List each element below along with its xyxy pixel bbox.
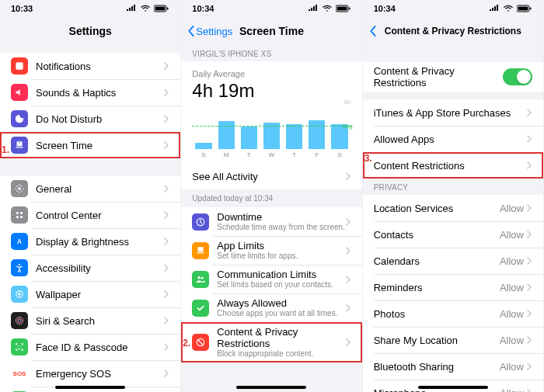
svg-point-16 [18,345,19,346]
content-privacy-toggle[interactable] [503,68,532,85]
wallpaper-icon [11,286,28,303]
chevron-right-icon [164,369,169,377]
screentime-icon [11,137,28,154]
row-accessibility[interactable]: Accessibility [0,255,180,281]
home-indicator[interactable] [55,386,125,389]
privacy-section-header: PRIVACY [363,179,543,195]
row-label: Screen Time [36,140,164,151]
chart-day-label: T [286,151,302,158]
toggle-label: Content & Privacy Restrictions [374,65,503,88]
row-label: Display & Brightness [36,236,164,248]
row-emergency-sos[interactable]: SOSEmergency SOS [0,360,180,387]
svg-rect-3 [16,62,23,69]
row-label: Accessibility [36,262,164,274]
chevron-right-icon [164,185,169,193]
chevron-right-icon [527,204,532,212]
svg-rect-2 [167,8,169,10]
restrictions-phone: 10:34 Content & Privacy Restrictions Con… [363,0,544,392]
row-bluetooth-sharing[interactable]: Bluetooth SharingAllow [363,353,543,380]
see-all-activity-row[interactable]: See All Activity [181,163,361,189]
chevron-right-icon [164,88,169,96]
row-allowed-apps[interactable]: Allowed Apps [363,126,543,152]
settings-content[interactable]: NotificationsSounds & HapticsDo Not Dist… [0,45,180,392]
row-sounds-haptics[interactable]: Sounds & Haptics [0,79,180,106]
row-detail: Allow [500,387,524,393]
chevron-right-icon [346,218,351,226]
row-downtime[interactable]: DowntimeSchedule time away from the scre… [181,207,361,236]
home-indicator[interactable] [418,386,488,389]
row-always-allowed[interactable]: Always AllowedChoose apps you want at al… [181,293,361,322]
chevron-right-icon [527,310,532,317]
svg-rect-22 [349,8,350,10]
chevron-right-icon [346,172,351,180]
row-detail: Allow [500,255,524,267]
row-screen-time[interactable]: Screen Time [0,132,180,158]
row-face-id-passcode[interactable]: Face ID & Passcode [0,334,180,360]
chevron-right-icon [527,363,532,370]
chart-avg-label: avg [343,123,353,130]
row-label: Do Not Disturb [36,113,164,125]
chevron-right-icon [346,276,351,283]
dnd-icon [11,110,28,127]
content-privacy-toggle-row[interactable]: Content & Privacy Restrictions [363,62,543,92]
status-bar: 10:34 [181,0,361,17]
svg-rect-7 [16,216,19,218]
row-label: Reminders [374,282,500,293]
restrictions-content[interactable]: Content & Privacy Restrictions iTunes & … [363,45,543,392]
row-content-restrictions[interactable]: Content Restrictions [363,152,543,179]
chevron-right-icon [527,283,532,291]
svg-point-4 [18,187,21,190]
row-detail: Allow [500,308,524,320]
row-content-privacy-restrictions[interactable]: Content & Privacy RestrictionsBlock inap… [181,322,361,363]
callout-2: 2. [183,338,190,349]
chevron-right-icon [164,264,169,272]
row-siri-search[interactable]: Siri & Search [0,307,180,334]
sos-icon: SOS [11,365,28,382]
chevron-right-icon [164,141,169,149]
nav-bar: Content & Privacy Restrictions [363,17,543,45]
chart-avg-line [192,126,350,127]
row-do-not-disturb[interactable]: Do Not Disturb [0,106,180,132]
row-wallpaper[interactable]: Wallpaper [0,281,180,307]
row-label: Siri & Search [36,315,164,327]
row-communication-limits[interactable]: Communication LimitsSet limits based on … [181,265,361,293]
row-share-my-location[interactable]: Share My LocationAllow [363,327,543,353]
row-reminders[interactable]: RemindersAllow [363,274,543,300]
row-control-center[interactable]: Control Center [0,202,180,228]
svg-point-17 [20,345,21,346]
chevron-right-icon [346,338,351,346]
row-itunes-app-store-purchases[interactable]: iTunes & App Store Purchases [363,99,543,126]
screentime-content[interactable]: VIRGIL'S IPHONE XS Daily Average 4h 19m … [181,45,361,392]
updated-label: Updated today at 10:34 [181,189,361,207]
siri-icon [11,312,28,329]
row-label: Wallpaper [36,289,164,300]
svg-rect-5 [16,212,19,214]
row-label: Allowed Apps [374,134,527,145]
daily-average-value: 4h 19m [192,80,350,102]
back-button[interactable] [369,26,378,36]
row-contacts[interactable]: ContactsAllow [363,221,543,248]
row-location-services[interactable]: Location ServicesAllow [363,195,543,221]
status-time: 10:33 [11,4,33,13]
row-display-brightness[interactable]: ADisplay & Brightness [0,228,180,255]
row-photos[interactable]: PhotosAllow [363,300,543,327]
row-label: Communication Limits [217,269,345,280]
row-label: Bluetooth Sharing [374,361,500,373]
row-general[interactable]: General [0,175,180,202]
chart-bar [286,124,302,149]
home-indicator[interactable] [236,386,306,389]
chevron-right-icon [164,317,169,324]
row-notifications[interactable]: Notifications [0,53,180,79]
chevron-right-icon [346,247,351,255]
status-bar: 10:34 [363,0,543,17]
chart-day-label: M [218,151,235,158]
row-app-limits[interactable]: App LimitsSet time limits for apps. [181,236,361,265]
status-icons [126,5,169,12]
row-calendars[interactable]: CalendarsAllow [363,248,543,274]
svg-point-12 [18,293,21,296]
chevron-right-icon [527,231,532,238]
back-button[interactable]: Settings [187,26,232,37]
row-label: Contacts [374,229,500,241]
page-title: Content & Privacy Restrictions [385,26,521,36]
row-label: Downtime [217,211,345,223]
